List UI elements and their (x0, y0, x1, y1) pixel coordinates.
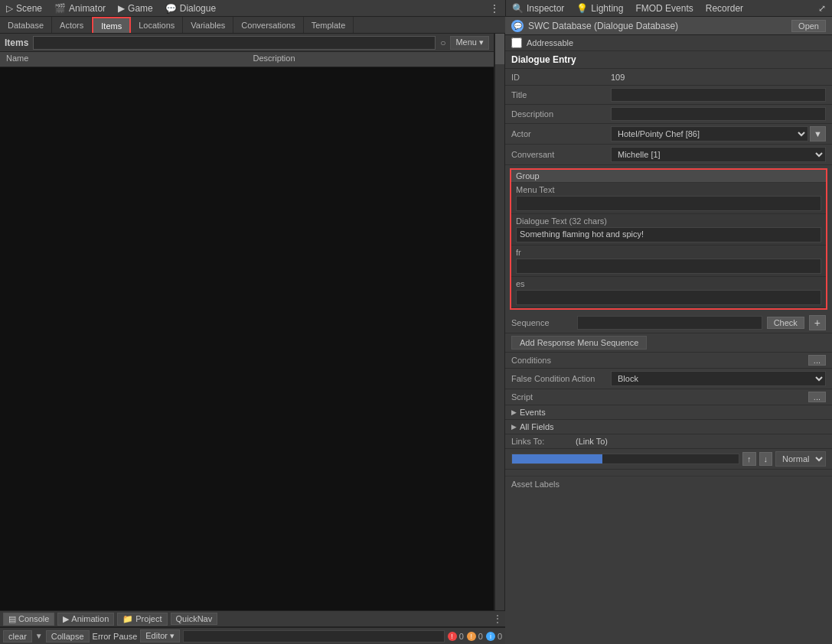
collapse-button[interactable]: Collapse (46, 630, 90, 642)
items-title: Items (5, 37, 28, 48)
all-fields-row[interactable]: ▶ All Fields (505, 420, 832, 434)
es-field: es (511, 277, 826, 308)
conversant-select[interactable]: Michelle [1] (611, 147, 826, 162)
clear-button[interactable]: clear (3, 630, 32, 642)
console-icon: ▤ (8, 614, 16, 624)
fr-field: fr (511, 246, 826, 277)
tab-inspector[interactable]: 🔍 Inspector (506, 2, 570, 15)
es-input[interactable] (516, 290, 821, 305)
search-input[interactable] (33, 36, 436, 50)
id-field-row: ID 109 (505, 69, 832, 86)
events-row[interactable]: ▶ Events (505, 405, 832, 420)
links-down-arrow[interactable]: ↓ (759, 452, 773, 466)
game-icon: ▶ (118, 3, 125, 14)
animator-menu-item[interactable]: 🎬 Animator (48, 2, 112, 15)
fr-input[interactable] (516, 259, 821, 274)
left-scrollbar-track[interactable] (494, 34, 505, 610)
info-count: 0 (498, 632, 502, 641)
inspector-icon: 🔍 (512, 3, 524, 14)
conditions-ellipsis-button[interactable]: ... (808, 355, 826, 366)
console-bar: ▤ Console ▶ Animation 📁 Project QuickNav… (0, 610, 505, 627)
script-ellipsis-button[interactable]: ... (808, 392, 826, 402)
db-icon: 💬 (511, 20, 524, 32)
warn-badge[interactable]: ! 0 (467, 632, 483, 641)
all-fields-label: All Fields (520, 422, 554, 431)
group-header: Group (511, 170, 826, 183)
scene-menu-item[interactable]: ▷ Scene (0, 2, 48, 15)
addressable-checkbox[interactable] (511, 37, 522, 48)
false-condition-select[interactable]: Block (611, 371, 826, 386)
tab-conversations[interactable]: Conversations (233, 17, 303, 33)
left-scrollbar-thumb[interactable] (495, 34, 504, 64)
menu-button[interactable]: Menu ▾ (450, 36, 489, 50)
info-badge[interactable]: i 0 (486, 632, 502, 641)
fr-label: fr (516, 248, 821, 257)
editor-button[interactable]: Editor ▾ (140, 629, 180, 642)
conditions-row: Conditions ... (505, 353, 832, 369)
sequence-row: Sequence Check + (505, 313, 832, 333)
tab-animation[interactable]: ▶ Animation (57, 613, 114, 626)
warn-badge-icon: ! (467, 632, 476, 641)
expand-icon[interactable]: ⤢ (812, 2, 832, 15)
game-menu-item[interactable]: ▶ Game (112, 2, 159, 15)
all-fields-triangle: ▶ (511, 423, 517, 431)
tab-actors[interactable]: Actors (52, 17, 92, 33)
status-search-input[interactable] (183, 630, 445, 642)
more-menu-icon[interactable]: ⋮ (484, 2, 505, 15)
animator-icon: 🎬 (54, 3, 66, 14)
lighting-icon: 💡 (576, 3, 588, 14)
links-up-arrow[interactable]: ↑ (742, 452, 756, 466)
toggle-icon[interactable]: ○ (440, 37, 445, 48)
es-label: es (516, 279, 821, 288)
console-more-icon[interactable]: ⋮ (493, 613, 502, 624)
items-content-area (0, 67, 494, 610)
clear-dropdown-icon[interactable]: ▼ (35, 632, 43, 640)
description-column-header: Description (247, 52, 494, 67)
db-header: 💬 SWC Database (Dialogue Database) Open (505, 17, 832, 35)
tab-variables[interactable]: Variables (183, 17, 233, 33)
animation-icon: ▶ (63, 614, 69, 624)
title-label: Title (511, 90, 611, 99)
description-field-row: Description (505, 105, 832, 124)
actor-expand-btn[interactable]: ▼ (810, 126, 826, 141)
links-progress-bar (511, 454, 739, 464)
script-label: Script (511, 392, 804, 402)
sequence-input[interactable] (577, 316, 762, 330)
id-label: ID (511, 73, 611, 82)
sequence-label: Sequence (511, 318, 573, 327)
db-title: SWC Database (Dialogue Database) (528, 21, 787, 31)
check-button[interactable]: Check (767, 317, 804, 329)
tab-quicknav[interactable]: QuickNav (171, 613, 218, 625)
tab-lighting[interactable]: 💡 Lighting (570, 2, 629, 15)
tab-database[interactable]: Database (0, 17, 52, 33)
sequence-plus-button[interactable]: + (809, 315, 826, 330)
title-input[interactable] (611, 88, 826, 102)
tab-recorder[interactable]: Recorder (700, 2, 749, 15)
dialogue-menu-item[interactable]: 💬 Dialogue (159, 2, 222, 15)
error-badge[interactable]: ! 0 (448, 632, 464, 641)
tab-items[interactable]: Items (92, 17, 131, 33)
group-section: Group Menu Text Dialogue Text (32 chars)… (510, 168, 827, 310)
false-condition-row: False Condition Action Block (505, 369, 832, 389)
links-to-value: (Link To) (576, 437, 826, 446)
title-field-row: Title (505, 86, 832, 105)
items-header-bar: Items ○ Menu ▾ (0, 34, 494, 52)
links-to-row: Links To: (Link To) (505, 434, 832, 449)
name-column-header: Name (0, 52, 247, 67)
open-button[interactable]: Open (791, 20, 826, 32)
tab-console[interactable]: ▤ Console (3, 613, 54, 626)
tab-template[interactable]: Template (304, 17, 354, 33)
normal-select[interactable]: Normal (775, 451, 826, 467)
tab-locations[interactable]: Locations (131, 17, 183, 33)
tab-fmod[interactable]: FMOD Events (629, 2, 699, 15)
description-input[interactable] (611, 107, 826, 121)
add-response-button[interactable]: Add Response Menu Sequence (511, 336, 647, 350)
tab-project[interactable]: 📁 Project (117, 613, 167, 626)
scene-icon: ▷ (6, 3, 13, 14)
right-panel: 💬 SWC Database (Dialogue Database) Open … (505, 17, 832, 644)
actor-label: Actor (511, 129, 611, 138)
actor-select[interactable]: Hotel/Pointy Chef [86] (611, 126, 808, 141)
dialogue-text-label: Dialogue Text (32 chars) (516, 216, 821, 226)
menu-text-input[interactable] (516, 196, 821, 211)
dialogue-text-value[interactable]: Something flaming hot and spicy! (516, 227, 821, 242)
